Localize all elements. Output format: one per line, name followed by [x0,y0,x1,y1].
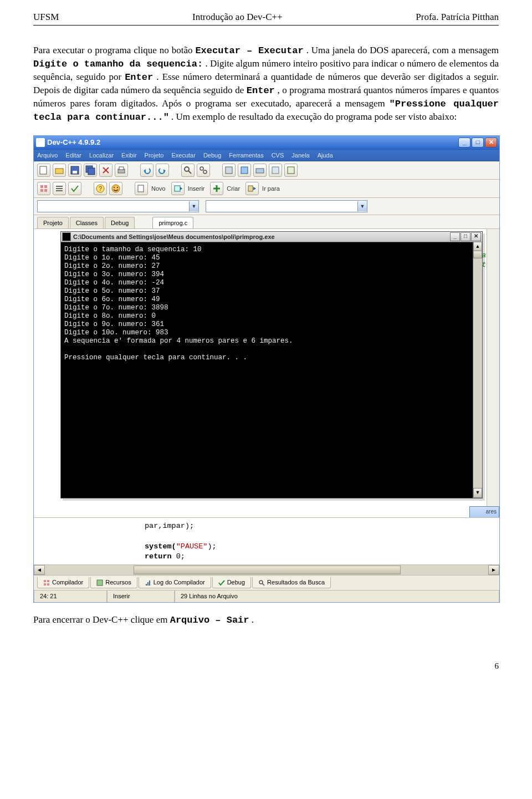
combo-left[interactable]: ▼ [37,200,199,212]
svg-rect-34 [175,186,180,191]
console-minimize-button[interactable]: _ [450,232,460,241]
open-icon[interactable] [53,164,66,177]
insert-icon[interactable] [171,182,185,195]
saveall-icon[interactable] [84,164,97,177]
console-window: C:\Documents and Settings\jose\Meus docu… [60,231,483,498]
svg-rect-40 [44,580,46,582]
side-tab[interactable]: Projeto [37,217,69,229]
replace-icon[interactable] [197,164,210,177]
chevron-down-icon: ▼ [189,201,198,211]
bottom-tab[interactable]: Debug [212,577,251,588]
menu-item[interactable]: Editar [65,151,81,160]
side-tab[interactable]: Classes [70,217,104,229]
bottom-tab[interactable]: Compilador [37,577,89,588]
app-icon [36,138,45,147]
svg-point-14 [200,167,203,170]
save-icon[interactable] [68,164,81,177]
new-file-icon[interactable] [37,164,50,177]
undo-icon[interactable] [140,164,154,177]
separator [130,164,138,177]
bottom-tab[interactable]: Resultados da Busca [252,577,331,588]
svg-point-32 [117,187,118,188]
log-icon [145,579,151,586]
closing-paragraph: Para encerrar o Dev-C++ clique em Arquiv… [33,614,499,627]
separator [84,182,91,195]
menu-item[interactable]: CVS [272,151,284,160]
ide-window: Dev-C++ 4.9.9.2 _ □ ✕ Arquivo Editar Loc… [33,135,500,603]
console-maximize-button[interactable]: □ [461,232,470,241]
about-icon[interactable] [109,182,122,195]
scroll-down-icon[interactable]: ▼ [473,488,482,498]
file-tab[interactable]: primprog.c [152,217,193,229]
menu-item[interactable]: Executar [171,151,195,160]
svg-rect-43 [47,583,49,586]
key-name: Enter [125,72,153,83]
bottom-tab[interactable]: Log do Compilador [139,577,211,588]
grid-icon[interactable] [37,182,50,195]
svg-rect-3 [73,171,77,174]
bottom-tab[interactable]: Recursos [90,577,137,588]
horizontal-scrollbar[interactable]: ◄ ► [34,564,499,575]
menu-item[interactable]: Projeto [145,151,164,160]
separator [171,164,179,177]
instruction-paragraph: Para executar o programa clique no botão… [33,44,499,124]
scroll-thumb[interactable] [473,251,482,258]
compile-run-icon[interactable] [253,164,267,177]
text: Para encerrar o Dev-C++ clique em [33,614,170,625]
side-tab[interactable]: Debug [105,217,135,229]
scroll-left-icon[interactable]: ◄ [34,565,45,575]
scroll-right-icon[interactable]: ► [488,565,499,575]
key-name: Enter [247,85,275,96]
compiler-icon [43,579,50,586]
close-button[interactable]: ✕ [485,138,497,147]
search-results-icon [258,579,265,586]
svg-rect-1 [55,169,63,174]
svg-point-12 [185,167,189,171]
svg-rect-21 [40,185,43,188]
separator [125,182,132,195]
print-icon[interactable] [115,164,128,177]
debug-icon[interactable] [284,164,298,177]
ide-titlebar: Dev-C++ 4.9.9.2 _ □ ✕ [34,136,499,150]
find-icon[interactable] [181,164,195,177]
maximize-button[interactable]: □ [472,138,484,147]
rebuild-icon[interactable] [269,164,282,177]
menu-item[interactable]: Debug [203,151,221,160]
svg-rect-20 [288,167,294,174]
console-scrollbar[interactable]: ▲ ▼ [473,242,482,498]
menu-item[interactable]: Exibir [121,151,137,160]
label-inserir: Inserir [188,185,205,193]
label-criar: Criar [227,185,240,193]
menu-item[interactable]: Ferramentas [229,151,263,160]
vertical-scrollbar[interactable] [487,229,499,517]
help-icon[interactable]: ? [94,182,107,195]
run-icon[interactable] [238,164,251,177]
list-icon[interactable] [53,182,66,195]
menu-item[interactable]: Arquivo [37,151,58,160]
svg-rect-19 [272,167,279,174]
check-icon[interactable] [68,182,81,195]
svg-rect-33 [138,185,144,192]
header-center: Introdução ao Dev-C++ [192,11,283,24]
svg-rect-9 [119,167,124,170]
combo-right[interactable]: ▼ [206,200,367,212]
console-titlebar: C:\Documents and Settings\jose\Meus docu… [61,232,482,242]
new-doc-icon[interactable] [135,182,148,195]
text: . Um exemplo de resultado da execução do… [171,111,457,122]
redo-icon[interactable] [156,164,169,177]
menu-bar: Arquivo Editar Localizar Exibir Projeto … [34,150,499,162]
svg-line-49 [262,583,264,586]
svg-rect-17 [241,167,248,174]
console-close-button[interactable]: ✕ [471,232,481,241]
svg-rect-42 [44,583,46,586]
menu-item[interactable]: Ajuda [318,151,333,160]
minimize-button[interactable]: _ [458,138,470,147]
scroll-thumb[interactable] [134,566,401,574]
compile-icon[interactable] [222,164,236,177]
menu-item[interactable]: Janela [291,151,309,160]
close-icon[interactable] [99,164,112,177]
menu-item[interactable]: Localizar [89,151,114,160]
svg-point-15 [203,170,207,174]
create-icon[interactable] [210,182,223,195]
goto-icon[interactable] [245,182,259,195]
